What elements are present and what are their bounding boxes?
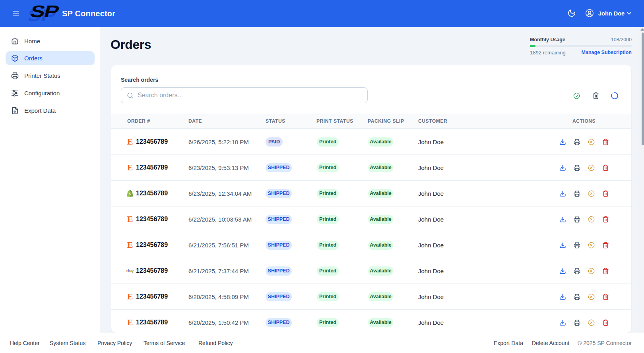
svg-text:SP: SP — [29, 4, 61, 21]
svg-text:S: S — [129, 192, 131, 196]
